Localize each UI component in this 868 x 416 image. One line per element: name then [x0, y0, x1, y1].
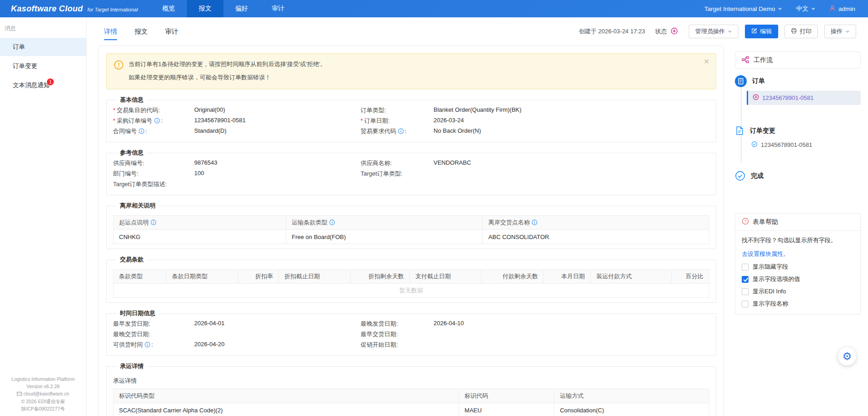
- language-label: 中文: [796, 5, 808, 13]
- field: 最早交货日期:: [361, 330, 709, 338]
- question-circle-icon: ?: [742, 218, 749, 226]
- table-cell: Free on Board(FOB): [286, 230, 483, 244]
- checkbox-label: 显示字段选项的值: [753, 275, 800, 283]
- sidebar-item-order-changes[interactable]: 订单变更: [0, 57, 86, 75]
- print-button[interactable]: 打印: [785, 25, 818, 38]
- footer-platform: Logistics Information Platform: [0, 375, 86, 383]
- info-icon[interactable]: [150, 219, 156, 227]
- section-title: 时间日期信息: [117, 309, 159, 317]
- warning-icon: [114, 60, 124, 71]
- help-checkbox-row[interactable]: 显示字段名称: [742, 300, 854, 307]
- language-selector[interactable]: 中文: [796, 5, 816, 13]
- field-label: 最晚发货日期:: [361, 320, 434, 328]
- field-value: 2026-04-20: [194, 341, 225, 349]
- tab-details[interactable]: 详情: [104, 17, 117, 46]
- user-name: admin: [838, 5, 855, 12]
- field: 可供货时间:2026-04-20: [113, 341, 361, 349]
- checkbox-checked[interactable]: [742, 276, 749, 283]
- field-label: *交易集目的代码:: [113, 106, 194, 114]
- admin-actions-button[interactable]: 管理员操作: [689, 25, 739, 38]
- info-icon[interactable]: [329, 219, 335, 227]
- info-icon[interactable]: [139, 128, 145, 135]
- workflow-title: 工作流: [754, 56, 773, 64]
- info-icon[interactable]: [145, 342, 150, 349]
- checkbox-unchecked[interactable]: [742, 264, 749, 270]
- check-circle-icon: [735, 171, 745, 181]
- tab-audit[interactable]: 审计: [165, 17, 178, 46]
- field-label: 最早发货日期:: [113, 320, 194, 328]
- user-icon: [829, 5, 836, 13]
- column-header: 运输方式: [554, 389, 709, 403]
- field-value: Original(00): [194, 106, 225, 114]
- table-cell: CNHKG: [114, 230, 286, 244]
- field-label: 可供货时间:: [113, 341, 194, 349]
- edit-button[interactable]: 编辑: [745, 25, 778, 38]
- help-checkbox-row[interactable]: 显示EDI Info: [742, 288, 854, 295]
- workflow-item-order-selected[interactable]: 12345678901-0581: [747, 91, 861, 105]
- table-header-row: 条款类型条款日期类型折扣率折扣截止日期折扣剩余天数支付截止日期付款剩余天数本月日…: [114, 270, 709, 284]
- field-label: 贸易要求代码:: [361, 127, 434, 135]
- tab-message[interactable]: 报文: [134, 17, 148, 46]
- carrier-table: 标识代码类型标识代码运输方式SCAC(Standard Carrier Alph…: [113, 389, 709, 416]
- info-icon[interactable]: [398, 128, 404, 135]
- settings-fab[interactable]: ⚙: [838, 347, 856, 365]
- print-label: 打印: [800, 27, 811, 36]
- empty-placeholder: 暂无数据: [114, 284, 709, 298]
- field-value: 12345678901-0581: [194, 117, 246, 125]
- user-menu[interactable]: admin: [829, 5, 855, 13]
- field: 合同编号:Standard(D): [113, 127, 361, 135]
- column-header: 标识代码: [459, 389, 554, 403]
- close-icon[interactable]: ✕: [703, 57, 709, 66]
- checkbox-unchecked[interactable]: [742, 301, 749, 307]
- field-label: 合同编号:: [113, 127, 194, 135]
- nav-item-preferences[interactable]: 偏好: [223, 0, 260, 17]
- column-header: 支付截止日期: [410, 270, 481, 284]
- field-label: Target订单类型描述:: [113, 180, 194, 188]
- more-actions-button[interactable]: 操作: [824, 25, 856, 38]
- table-row: SCAC(Standard Carrier Alpha Code)(2)MAEU…: [114, 403, 709, 416]
- module-settings-link[interactable]: 去设置模块属性。: [742, 250, 854, 258]
- workflow-node-complete: 完成: [735, 171, 861, 181]
- tenant-selector[interactable]: Target International Demo: [704, 5, 782, 12]
- field: 最晚交货日期:: [113, 330, 361, 338]
- nav-item-messages[interactable]: 报文: [187, 0, 223, 17]
- workflow-item-order-change[interactable]: 12345678901-0581: [751, 141, 861, 149]
- workflow-node-order: 订单: [735, 75, 861, 87]
- column-header: 条款日期类型: [166, 270, 238, 284]
- field-value: No Back Order(N): [434, 127, 481, 135]
- check-circle-icon: [751, 141, 758, 149]
- section-title: 交易条款: [117, 255, 147, 264]
- field-row: 合同编号:Standard(D)贸易要求代码:No Back Order(N): [113, 127, 709, 137]
- footer-copyright: © 2026 EDI通信专家: [0, 398, 86, 405]
- help-checkbox-row[interactable]: 显示字段选项的值: [742, 276, 854, 283]
- sidebar-item-orders[interactable]: 订单: [0, 38, 86, 56]
- sidebar-item-text-notifications[interactable]: 文本消息通知1: [0, 76, 86, 94]
- field-row: 供应商编号:9876543供应商名称:VENDORABC: [113, 159, 709, 169]
- workflow-item-text: 12345678901-0581: [761, 141, 812, 148]
- info-icon[interactable]: [532, 219, 537, 227]
- help-checkbox-row[interactable]: 显示隐藏字段: [742, 263, 854, 270]
- info-icon[interactable]: [154, 118, 160, 125]
- nav-item-audit[interactable]: 审计: [260, 0, 296, 17]
- chevron-down-icon: [778, 5, 782, 12]
- chevron-down-icon: [845, 28, 850, 35]
- section-reference-info: 参考信息 供应商编号:9876543供应商名称:VENDORABC部门编号:10…: [106, 149, 716, 195]
- sidebar-item-label: 文本消息通知: [13, 82, 50, 88]
- field: *交易集目的代码:Original(00): [113, 106, 361, 114]
- checkbox-unchecked[interactable]: [742, 288, 749, 295]
- footer-email[interactable]: cloud@kasoftware.cn: [23, 391, 69, 396]
- mail-icon: [17, 390, 22, 398]
- field-value: Blanket Order(Quantity Firm)(BK): [434, 106, 522, 114]
- status-pending-icon[interactable]: [671, 27, 678, 36]
- table-header-row: 起运点说明运输条款类型离岸交货点名称: [114, 216, 709, 230]
- field-label: 促销开始日期:: [361, 341, 434, 349]
- table-cell: SCAC(Standard Carrier Alpha Code)(2): [114, 403, 459, 416]
- left-sidebar: 消息 订单 订单变更 文本消息通知1 Logistics Information…: [0, 17, 87, 416]
- carrier-sub-title: 承运详情: [113, 377, 709, 385]
- table-row: CNHKGFree on Board(FOB)ABC CONSOLIDATOR: [114, 230, 709, 244]
- app-logo-subtext: for Target International: [88, 7, 138, 12]
- field-label: 供应商编号:: [113, 159, 194, 167]
- field-value: 100: [194, 170, 204, 178]
- workflow-item-text: 12345678901-0581: [762, 94, 814, 101]
- nav-item-overview[interactable]: 概览: [150, 0, 187, 17]
